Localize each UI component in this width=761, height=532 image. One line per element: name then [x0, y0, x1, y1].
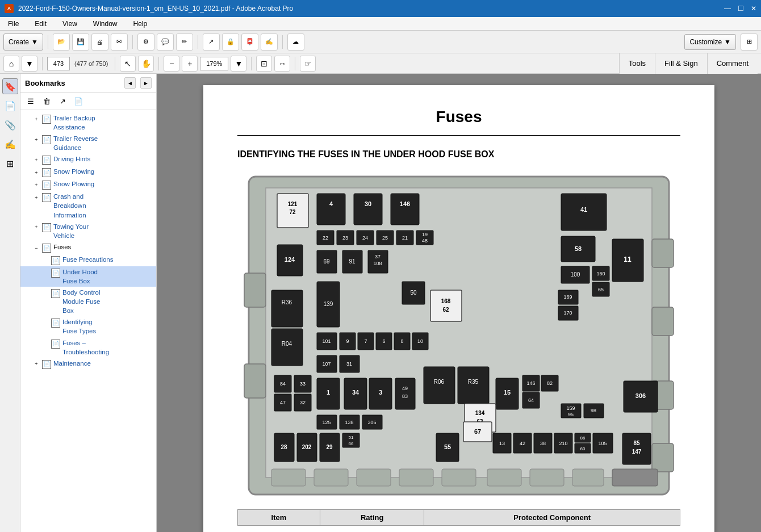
window-controls[interactable]: — ☐ ✕	[724, 5, 756, 12]
sign-button[interactable]: ✍	[261, 33, 278, 51]
expand-icon-crash[interactable]: +	[32, 193, 41, 202]
bookmark-snow-plowing-1[interactable]: + 📄 Snow Plowing	[20, 166, 156, 178]
expand-icon-snow-1[interactable]: +	[32, 168, 41, 177]
expand-icon-fuses[interactable]: −	[32, 244, 41, 253]
expand-icon-trailer-reverse[interactable]: +	[32, 135, 41, 144]
protect-button[interactable]: 🔒	[222, 33, 239, 51]
nav-back-button[interactable]: ▼	[22, 56, 37, 72]
menu-view[interactable]: View	[59, 19, 81, 29]
bookmark-page-icon-4: 📄	[42, 168, 51, 177]
bookmarks-panel-icon[interactable]: 🔖	[2, 78, 18, 94]
share-button[interactable]: ↗	[203, 33, 220, 51]
maximize-button[interactable]: ☐	[738, 5, 744, 12]
nav-sep-3	[158, 57, 159, 70]
title-bar-left: A 2022-Ford-F-150-Owners-Manual-version-…	[5, 4, 293, 13]
page-number-input[interactable]: 473	[47, 57, 70, 70]
comment-button[interactable]: 💬	[157, 33, 174, 51]
svg-text:38: 38	[540, 441, 546, 446]
svg-text:34: 34	[352, 389, 359, 396]
customize-label: Customize	[689, 38, 722, 46]
menu-file[interactable]: File	[5, 19, 22, 29]
fill-sign-button[interactable]: Fill & Sign	[655, 53, 707, 74]
menu-edit[interactable]: Edit	[31, 19, 50, 29]
bookmark-body-control[interactable]: 📄 Body ControlModule FuseBox	[20, 287, 156, 316]
print-button[interactable]: 🖨	[91, 33, 108, 51]
svg-text:21: 21	[402, 235, 408, 241]
close-button[interactable]: ✕	[751, 5, 756, 12]
sidebar-new-button[interactable]: 📄	[72, 95, 85, 107]
fit-width-button[interactable]: ↔	[274, 56, 290, 72]
preferences-button[interactable]: ⚙	[137, 33, 154, 51]
bookmark-driving-hints[interactable]: + 📄 Driving Hints	[20, 153, 156, 166]
bookmark-fuses-troubleshooting[interactable]: 📄 Fuses –Troubleshooting	[20, 337, 156, 358]
customize-button[interactable]: Customize ▼	[684, 34, 736, 50]
pan-tool-button[interactable]: ✋	[138, 56, 154, 72]
bookmark-towing[interactable]: + 📄 Towing YourVehicle	[20, 221, 156, 241]
svg-text:125: 125	[322, 420, 331, 425]
expand-icon-maintenance[interactable]: +	[32, 360, 41, 369]
bookmark-crash-breakdown[interactable]: + 📄 Crash andBreakdownInformation	[20, 191, 156, 220]
expand-icon-trailer-backup[interactable]: +	[32, 115, 41, 124]
sidebar-options-button[interactable]: ☰	[24, 95, 37, 107]
comment-panel-button[interactable]: Comment	[707, 53, 758, 74]
bookmark-snow-plowing-2[interactable]: + 📄 Snow Plowing	[20, 178, 156, 191]
zoom-out-button[interactable]: −	[164, 56, 179, 72]
minimize-button[interactable]: —	[724, 5, 731, 12]
bookmark-identifying-fuse[interactable]: 📄 IdentifyingFuse Types	[20, 316, 156, 337]
bookmark-maintenance[interactable]: + 📄 Maintenance	[20, 358, 156, 370]
edit-button[interactable]: ✏	[176, 33, 193, 51]
expand-icon-towing[interactable]: +	[32, 223, 41, 232]
sidebar-delete-button[interactable]: 🗑	[40, 95, 53, 107]
sidebar-back-button[interactable]: ◄	[124, 77, 136, 89]
window-expand-button[interactable]: ⊞	[741, 33, 758, 51]
sidebar-expand-button[interactable]: ↗	[56, 95, 69, 107]
svg-rect-59	[430, 290, 462, 321]
svg-text:170: 170	[563, 310, 572, 316]
customize-dropdown-icon: ▼	[724, 38, 731, 46]
fit-page-button[interactable]: ⊡	[256, 56, 272, 72]
stamp-button[interactable]: 📮	[241, 33, 258, 51]
svg-text:29: 29	[326, 444, 333, 450]
svg-text:50: 50	[410, 290, 417, 296]
bookmark-fuse-precautions[interactable]: 📄 Fuse Precautions	[20, 254, 156, 266]
svg-rect-165	[612, 469, 658, 486]
sidebar-header: Bookmarks ◄ ►	[20, 74, 156, 93]
cloud-button[interactable]: ☁	[287, 33, 304, 51]
select-tool-button[interactable]: ↖	[120, 56, 136, 72]
main-area: 🔖 📄 📎 ✍ ⊞ Bookmarks ◄ ► ☰ 🗑 ↗ 📄 + 📄 Trai…	[0, 74, 761, 532]
sidebar-content: + 📄 Trailer BackupAssistance + 📄 Trailer…	[20, 110, 156, 532]
sidebar-forward-button[interactable]: ►	[140, 77, 152, 89]
toolbar-separator-1	[48, 35, 48, 49]
menu-help[interactable]: Help	[130, 19, 151, 29]
svg-text:105: 105	[598, 441, 607, 446]
layers-panel-icon[interactable]: ⊞	[2, 156, 18, 171]
bookmark-label-snow-2: Snow Plowing	[53, 179, 94, 188]
save-button[interactable]: 💾	[72, 33, 89, 51]
marquee-zoom-button[interactable]: ☞	[300, 56, 316, 72]
signatures-panel-icon[interactable]: ✍	[2, 136, 18, 152]
svg-text:69: 69	[323, 258, 330, 265]
svg-text:65: 65	[598, 287, 604, 292]
svg-text:32: 32	[300, 400, 306, 405]
pdf-content[interactable]: Fuses IDENTIFYING THE FUSES IN THE UNDER…	[157, 74, 761, 532]
zoom-input[interactable]: 179%	[200, 57, 228, 70]
svg-text:51: 51	[349, 435, 354, 440]
pages-panel-icon[interactable]: 📄	[2, 98, 18, 114]
bookmark-trailer-reverse[interactable]: + 📄 Trailer ReverseGuidance	[20, 133, 156, 153]
bookmark-fuses[interactable]: − 📄 Fuses	[20, 241, 156, 254]
menu-window[interactable]: Window	[90, 19, 121, 29]
open-button[interactable]: 📂	[53, 33, 70, 51]
bookmark-under-hood-fuse-box[interactable]: 📄 Under HoodFuse Box	[20, 266, 156, 287]
bookmark-page-icon-11: 📄	[51, 289, 60, 298]
zoom-dropdown-button[interactable]: ▼	[231, 56, 246, 72]
email-button[interactable]: ✉	[111, 33, 128, 51]
create-button[interactable]: Create ▼	[3, 33, 43, 51]
bookmark-trailer-backup[interactable]: + 📄 Trailer BackupAssistance	[20, 112, 156, 133]
attachments-panel-icon[interactable]: 📎	[2, 117, 18, 133]
nav-home-button[interactable]: ⌂	[3, 56, 19, 72]
expand-icon-driving-hints[interactable]: +	[32, 156, 41, 165]
page-info: (477 of 750)	[72, 60, 110, 67]
expand-icon-snow-2[interactable]: +	[32, 181, 41, 190]
tools-button[interactable]: Tools	[619, 53, 655, 74]
zoom-in-button[interactable]: +	[182, 56, 198, 72]
